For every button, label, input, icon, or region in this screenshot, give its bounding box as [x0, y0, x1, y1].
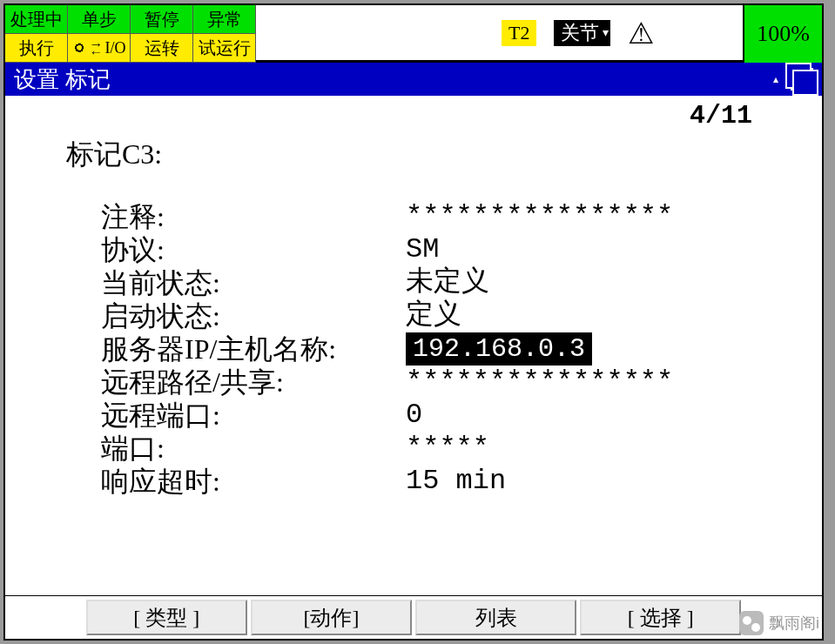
teach-pendant-screen: 处理中 单步 暂停 异常 执行 ⭘ →← I/O 运转 试运行 T2 关节▾ ⚠… — [3, 3, 824, 641]
coord-mode-badge[interactable]: 关节▾ — [554, 20, 610, 46]
field-value[interactable]: **************** — [406, 366, 673, 399]
softkey-select[interactable]: [ 选择 ] — [580, 600, 741, 635]
field-value[interactable]: 0 — [406, 399, 422, 432]
field-row[interactable]: 协议:SM — [101, 233, 822, 266]
field-value[interactable]: SM — [406, 233, 439, 266]
field-label: 远程路径/共享: — [101, 366, 406, 399]
scroll-up-icon[interactable]: ▴ — [773, 73, 778, 86]
field-value-selected[interactable]: 192.168.0.3 — [406, 332, 592, 366]
top-status-bar: 处理中 单步 暂停 异常 执行 ⭘ →← I/O 运转 试运行 T2 关节▾ ⚠… — [5, 5, 822, 63]
title-text: 设置 标记 — [14, 64, 111, 95]
softkey-bar: [ 类型 ] [动作] 列表 [ 选择 ] — [5, 595, 822, 639]
field-value[interactable]: 未定义 — [406, 266, 489, 299]
watermark: 飘雨阁i — [739, 611, 819, 635]
status-io[interactable]: ⭘ →← I/O — [68, 34, 131, 63]
page-heading: 标记C3: — [66, 136, 822, 174]
wechat-icon — [739, 611, 764, 635]
field-row[interactable]: 启动状态:定义 — [101, 299, 822, 332]
topbar-mid: T2 关节▾ ⚠ — [256, 5, 743, 60]
status-pause[interactable]: 暂停 — [131, 5, 193, 34]
field-row[interactable]: 远程路径/共享:**************** — [101, 366, 822, 399]
override-percent[interactable]: 100% — [743, 5, 822, 63]
status-run[interactable]: 运转 — [131, 34, 193, 63]
field-label: 响应超时: — [101, 465, 406, 498]
io-icon: ⭘ →← I/O — [72, 39, 126, 57]
warning-icon: ⚠ — [628, 16, 654, 50]
field-value[interactable]: 15 min — [406, 465, 506, 498]
status-processing[interactable]: 处理中 — [5, 5, 68, 34]
status-singlestep[interactable]: 单步 — [68, 5, 131, 34]
field-label: 远程端口: — [101, 399, 406, 432]
softkey-spacer-left — [5, 596, 84, 639]
content-area: 4/11 标记C3: 注释:****************协议:SM当前状态:… — [5, 96, 822, 593]
field-value[interactable]: ***** — [406, 432, 489, 465]
status-abnormal[interactable]: 异常 — [193, 5, 256, 34]
field-row[interactable]: 当前状态:未定义 — [101, 266, 822, 299]
pager: 4/11 — [690, 101, 752, 131]
field-label: 当前状态: — [101, 266, 406, 299]
field-row[interactable]: 注释:**************** — [101, 200, 822, 233]
field-row[interactable]: 远程端口:0 — [101, 399, 822, 432]
field-label: 服务器IP/主机名称: — [101, 332, 406, 366]
status-execute[interactable]: 执行 — [5, 34, 68, 63]
field-row[interactable]: 端口:***** — [101, 432, 822, 465]
chevron-down-icon: ▾ — [599, 20, 609, 46]
title-bar: 设置 标记 ▴ — [5, 63, 822, 96]
softkey-list[interactable]: 列表 — [415, 600, 576, 635]
window-icon[interactable] — [791, 68, 813, 91]
teach-mode-badge[interactable]: T2 — [502, 20, 536, 46]
field-value[interactable]: 定义 — [406, 299, 461, 332]
status-testrun[interactable]: 试运行 — [193, 34, 256, 63]
softkey-type[interactable]: [ 类型 ] — [86, 600, 247, 635]
field-value[interactable]: **************** — [406, 200, 673, 233]
field-label: 端口: — [101, 432, 406, 465]
field-label: 协议: — [101, 233, 406, 266]
field-label: 启动状态: — [101, 299, 406, 332]
status-grid: 处理中 单步 暂停 异常 执行 ⭘ →← I/O 运转 试运行 — [5, 5, 256, 60]
field-label: 注释: — [101, 200, 406, 233]
field-row[interactable]: 服务器IP/主机名称:192.168.0.3 — [101, 332, 822, 366]
softkey-action[interactable]: [动作] — [251, 600, 412, 635]
field-rows: 注释:****************协议:SM当前状态:未定义启动状态:定义服… — [101, 200, 822, 498]
field-row[interactable]: 响应超时:15 min — [101, 465, 822, 498]
